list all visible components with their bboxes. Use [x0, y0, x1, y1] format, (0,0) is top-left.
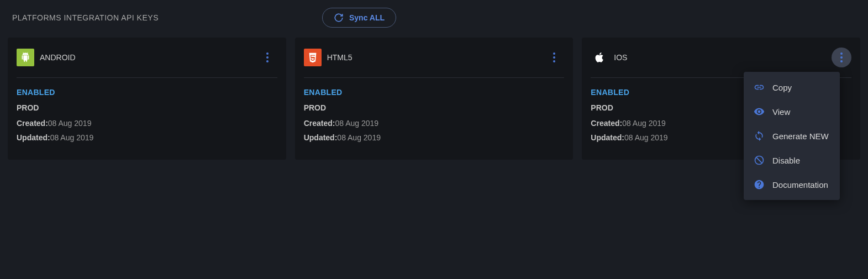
eye-icon: [754, 106, 765, 117]
context-menu: Copy View Generate NEW Disable: [744, 72, 840, 200]
created-row: Created:08 Aug 2019: [17, 119, 277, 128]
more-vertical-icon: [553, 52, 555, 62]
page-title: PLATFORMS INTEGRATION API KEYS: [12, 13, 159, 22]
sync-all-button[interactable]: Sync ALL: [322, 8, 396, 28]
menu-item-view[interactable]: View: [744, 99, 840, 124]
updated-label: Updated:: [591, 133, 624, 142]
android-icon: [17, 49, 34, 66]
menu-item-copy[interactable]: Copy: [744, 75, 840, 99]
block-icon: [754, 155, 765, 166]
menu-item-documentation[interactable]: Documentation: [744, 172, 840, 197]
status-badge: ENABLED: [17, 88, 277, 97]
environment-label: PROD: [304, 103, 565, 112]
menu-label: Documentation: [772, 180, 828, 189]
updated-date: 08 Aug 2019: [337, 133, 381, 142]
platform-name: HTML5: [327, 53, 353, 62]
html5-icon: [304, 49, 322, 66]
platform-card-html5: HTML5 ENABLED PROD Created:08 Aug 2019 U…: [295, 38, 574, 160]
updated-date: 08 Aug 2019: [50, 133, 94, 142]
svg-line-1: [756, 157, 762, 164]
more-options-button[interactable]: [257, 48, 277, 67]
more-vertical-icon: [266, 52, 269, 62]
status-badge: ENABLED: [304, 88, 565, 97]
updated-date: 08 Aug 2019: [624, 133, 668, 142]
help-icon: [754, 179, 765, 190]
apple-icon: [591, 49, 608, 66]
platform-name: IOS: [614, 53, 627, 62]
more-options-button[interactable]: [544, 48, 564, 67]
updated-row: Updated:08 Aug 2019: [17, 133, 277, 142]
menu-item-generate[interactable]: Generate NEW: [744, 124, 840, 148]
platform-card-android: ANDROID ENABLED PROD Created:08 Aug 2019…: [8, 38, 286, 160]
environment-label: PROD: [17, 103, 277, 112]
refresh-icon: [334, 13, 344, 23]
menu-label: Copy: [772, 83, 792, 92]
menu-label: Generate NEW: [772, 131, 829, 141]
created-label: Created:: [304, 119, 335, 128]
updated-row: Updated:08 Aug 2019: [304, 133, 565, 142]
sync-all-label: Sync ALL: [349, 13, 385, 22]
created-date: 08 Aug 2019: [48, 119, 92, 128]
created-date: 08 Aug 2019: [622, 119, 666, 128]
sync-icon: [754, 130, 765, 141]
platform-name: ANDROID: [40, 53, 76, 62]
updated-label: Updated:: [17, 133, 50, 142]
menu-item-disable[interactable]: Disable: [744, 148, 840, 172]
link-icon: [754, 82, 765, 93]
updated-label: Updated:: [304, 133, 338, 142]
created-label: Created:: [17, 119, 48, 128]
menu-label: Disable: [772, 156, 800, 165]
more-vertical-icon: [840, 52, 843, 62]
created-date: 08 Aug 2019: [335, 119, 378, 128]
more-options-button[interactable]: [832, 48, 851, 67]
created-row: Created:08 Aug 2019: [304, 119, 565, 128]
menu-label: View: [772, 107, 790, 117]
created-label: Created:: [591, 119, 622, 128]
